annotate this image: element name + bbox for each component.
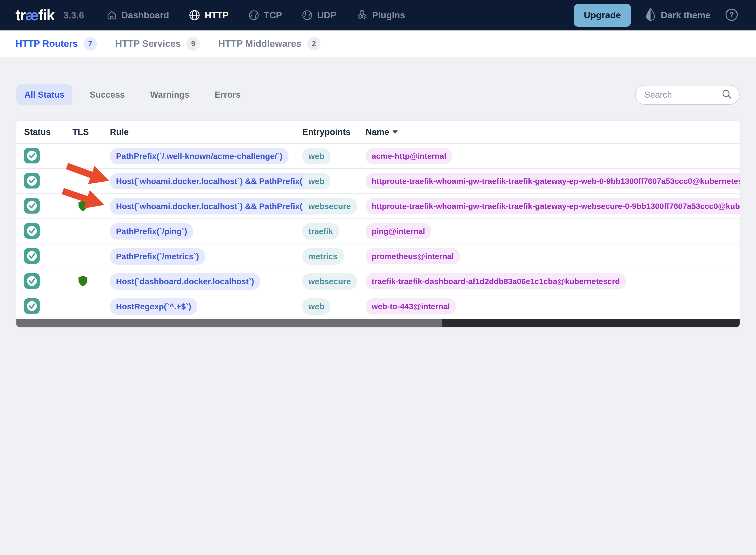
main-nav: Dashboard HTTP TCP UDP bbox=[107, 9, 405, 21]
nav-item-label: Plugins bbox=[372, 10, 405, 20]
rule-pill: PathPrefix(`/metrics`) bbox=[110, 248, 205, 265]
table-header: Status TLS Rule Entrypoints Name bbox=[16, 121, 740, 143]
top-navbar: træfik 3.3.6 Dashboard HTTP TCP bbox=[0, 0, 756, 31]
rule-cell: PathPrefix(`/metrics`) bbox=[110, 248, 302, 265]
search-box bbox=[635, 85, 740, 105]
tls-cell bbox=[72, 275, 110, 288]
help-icon: ? bbox=[725, 8, 738, 22]
traefik-dashboard-page: træfik 3.3.6 Dashboard HTTP TCP bbox=[0, 0, 756, 555]
nav-item-label: Dashboard bbox=[121, 10, 169, 20]
status-success-icon bbox=[24, 148, 40, 164]
tab-http-services[interactable]: HTTP Services 9 bbox=[115, 37, 200, 51]
entrypoints-cell: web bbox=[302, 148, 366, 164]
rule-cell: HostRegexp(`^.+$`) bbox=[110, 298, 302, 315]
table-row[interactable]: PathPrefix(`/ping`) traefik ping@interna… bbox=[16, 218, 740, 244]
horizontal-scrollbar-thumb[interactable] bbox=[16, 319, 442, 327]
tab-http-routers[interactable]: HTTP Routers 7 bbox=[15, 37, 97, 51]
table-row[interactable]: Host(`whoami.docker.localhost`) && PathP… bbox=[16, 194, 740, 218]
status-cell bbox=[24, 148, 72, 164]
status-filters: All Status Success Warnings Errors bbox=[16, 84, 249, 105]
name-pill: prometheus@internal bbox=[366, 248, 460, 264]
cubes-icon bbox=[356, 9, 368, 21]
tls-shield-icon bbox=[78, 275, 88, 287]
status-cell bbox=[24, 248, 72, 265]
status-cell bbox=[24, 273, 72, 290]
traefik-logo[interactable]: træfik bbox=[15, 7, 54, 24]
entrypoints-cell: web bbox=[302, 298, 366, 315]
column-header-rule: Rule bbox=[110, 127, 302, 137]
upgrade-button[interactable]: Upgrade bbox=[574, 4, 631, 27]
sort-desc-icon bbox=[393, 130, 398, 134]
filter-warnings[interactable]: Warnings bbox=[142, 84, 197, 105]
filter-errors[interactable]: Errors bbox=[207, 84, 249, 105]
rule-pill: Host(`dashboard.docker.localhost`) bbox=[110, 273, 260, 290]
entrypoint-pill: web bbox=[302, 298, 330, 315]
search-input[interactable] bbox=[644, 90, 721, 100]
rule-pill: PathPrefix(`/ping`) bbox=[110, 223, 193, 240]
nav-item-udp[interactable]: UDP bbox=[302, 10, 336, 21]
droplet-contrast-icon bbox=[645, 8, 656, 23]
filter-success[interactable]: Success bbox=[82, 84, 133, 105]
help-button[interactable]: ? bbox=[725, 8, 738, 22]
nav-item-tcp[interactable]: TCP bbox=[248, 10, 282, 21]
name-cell: acme-http@internal bbox=[366, 148, 740, 164]
entrypoints-cell: metrics bbox=[302, 248, 366, 265]
nav-item-label: HTTP bbox=[205, 10, 229, 20]
logo-text: tr bbox=[15, 7, 25, 24]
name-cell: httproute-traefik-whoami-gw-traefik-trae… bbox=[366, 198, 740, 214]
count-badge: 2 bbox=[307, 37, 321, 51]
name-pill: web-to-443@internal bbox=[366, 298, 456, 314]
protocol-sphere-icon bbox=[302, 10, 313, 21]
rule-cell: PathPrefix(`/.well-known/acme-challenge/… bbox=[110, 148, 302, 164]
protocol-sphere-icon bbox=[248, 10, 260, 21]
name-pill: ping@internal bbox=[366, 223, 431, 239]
entrypoint-pill: metrics bbox=[302, 248, 344, 265]
entrypoint-pill: traefik bbox=[302, 223, 339, 240]
status-success-icon bbox=[24, 223, 40, 239]
name-pill: httproute-traefik-whoami-gw-traefik-trae… bbox=[366, 198, 740, 214]
column-header-tls: TLS bbox=[72, 127, 110, 137]
table-row[interactable]: PathPrefix(`/.well-known/acme-challenge/… bbox=[16, 143, 740, 168]
navbar-right: Upgrade Dark theme ? bbox=[574, 4, 738, 27]
version-label: 3.3.6 bbox=[63, 10, 84, 20]
rule-cell: PathPrefix(`/ping`) bbox=[110, 223, 302, 240]
table-body: PathPrefix(`/.well-known/acme-challenge/… bbox=[16, 143, 740, 319]
status-cell bbox=[24, 223, 72, 240]
name-cell: httproute-traefik-whoami-gw-traefik-trae… bbox=[366, 173, 740, 189]
table-row[interactable]: Host(`dashboard.docker.localhost`) webse… bbox=[16, 269, 740, 294]
column-header-name[interactable]: Name bbox=[366, 127, 740, 137]
nav-item-http[interactable]: HTTP bbox=[189, 9, 229, 21]
nav-item-label: TCP bbox=[264, 10, 282, 20]
entrypoint-pill: web bbox=[302, 148, 330, 164]
status-success-icon bbox=[24, 248, 40, 264]
entrypoint-pill: websecure bbox=[302, 273, 357, 290]
filter-all-status[interactable]: All Status bbox=[16, 84, 72, 105]
table-row[interactable]: Host(`whoami.docker.localhost`) && PathP… bbox=[16, 168, 740, 194]
toolbar: All Status Success Warnings Errors bbox=[16, 84, 740, 105]
theme-toggle[interactable]: Dark theme bbox=[645, 8, 711, 23]
name-cell: traefik-traefik-dashboard-af1d2ddb83a06e… bbox=[366, 273, 740, 290]
globe-icon bbox=[189, 9, 200, 21]
table-row[interactable]: HostRegexp(`^.+$`) web web-to-443@intern… bbox=[16, 294, 740, 319]
tab-label: HTTP Services bbox=[115, 38, 181, 49]
entrypoint-pill: websecure bbox=[302, 198, 357, 214]
section-tab-bar: HTTP Routers 7 HTTP Services 9 HTTP Midd… bbox=[0, 31, 756, 57]
tls-shield-icon bbox=[78, 200, 88, 212]
name-cell: web-to-443@internal bbox=[366, 298, 740, 314]
rule-pill: HostRegexp(`^.+$`) bbox=[110, 298, 197, 315]
tab-http-middlewares[interactable]: HTTP Middlewares 2 bbox=[218, 37, 321, 51]
nav-item-dashboard[interactable]: Dashboard bbox=[107, 10, 169, 20]
svg-text:?: ? bbox=[729, 10, 734, 19]
nav-item-label: UDP bbox=[317, 10, 336, 20]
rule-pill: Host(`whoami.docker.localhost`) && PathP… bbox=[110, 173, 319, 189]
tls-cell bbox=[72, 200, 110, 213]
rule-cell: Host(`whoami.docker.localhost`) && PathP… bbox=[110, 198, 302, 214]
entrypoints-cell: web bbox=[302, 173, 366, 189]
name-cell: prometheus@internal bbox=[366, 248, 740, 264]
table-row[interactable]: PathPrefix(`/metrics`) metrics prometheu… bbox=[16, 244, 740, 269]
entrypoints-cell: traefik bbox=[302, 223, 366, 240]
rule-pill: PathPrefix(`/.well-known/acme-challenge/… bbox=[110, 148, 288, 164]
nav-item-plugins[interactable]: Plugins bbox=[356, 9, 405, 21]
home-icon bbox=[107, 10, 117, 20]
routers-table: Status TLS Rule Entrypoints Name PathPre… bbox=[16, 121, 740, 327]
